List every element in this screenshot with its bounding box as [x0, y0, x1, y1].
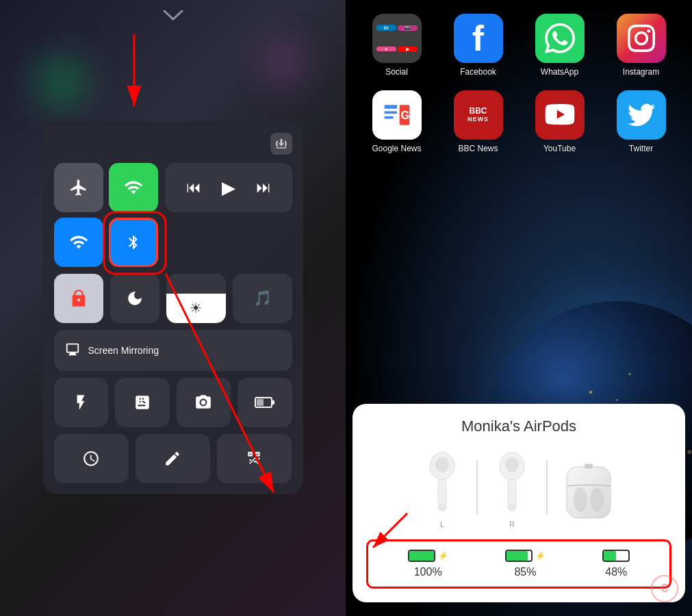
facebook-icon: f: [454, 14, 503, 63]
bbc-news-label: BBC News: [458, 144, 498, 153]
twitter-app[interactable]: Twitter: [604, 90, 678, 153]
chevron-down-icon: [163, 10, 183, 24]
instagram-label: Instagram: [623, 67, 659, 77]
battery-pct-case: 48%: [605, 566, 627, 578]
cc-bottom-row-2: [54, 434, 292, 483]
watermark: C: [651, 575, 678, 602]
cc-connectivity-row: ⏮ ▶ ⏭: [54, 163, 292, 267]
airpod-left-svg: [422, 449, 463, 517]
airpod-case-svg: [561, 460, 616, 528]
airpod-right-label: R: [509, 520, 515, 528]
battery-bar-row-left: ⚡: [408, 550, 448, 562]
youtube-label: YouTube: [543, 144, 576, 153]
battery-pct-left: 100%: [414, 566, 442, 578]
airpod-right-svg: [491, 449, 533, 517]
cellular-button[interactable]: [54, 218, 103, 267]
svg-rect-15: [438, 479, 446, 506]
svg-point-23: [590, 487, 604, 512]
screen-mirroring-label: Screen Mirroring: [88, 345, 159, 356]
battery-button[interactable]: [238, 378, 292, 427]
battery-left: ⚡ 100%: [408, 550, 448, 578]
wifi-button[interactable]: [109, 163, 158, 212]
airpod-left-wrapper: L: [422, 449, 463, 528]
google-news-app[interactable]: G Google News: [359, 90, 434, 153]
battery-fill-left: [409, 551, 434, 561]
svg-point-20: [507, 503, 517, 511]
media-controls: ⏮ ▶ ⏭: [165, 163, 292, 212]
airpods-divider-2: [546, 460, 548, 515]
clock-button[interactable]: [54, 434, 129, 483]
volume-slider[interactable]: 🎵: [233, 274, 292, 323]
volume-icon: 🎵: [253, 290, 272, 307]
qr-scanner-button[interactable]: [217, 434, 292, 483]
charging-icon-right: ⚡: [535, 551, 546, 561]
facebook-label: Facebook: [460, 67, 496, 77]
airpods-title: Monika's AirPods: [366, 418, 671, 435]
airpods-visual: L R: [366, 446, 671, 528]
airplay-icon[interactable]: [270, 133, 292, 155]
control-center-panel: ⏮ ▶ ⏭ ☀ 🎵: [0, 0, 346, 616]
control-center-container: ⏮ ▶ ⏭ ☀ 🎵: [43, 122, 303, 494]
svg-rect-1: [272, 400, 274, 405]
battery-right: ⚡ 85%: [505, 550, 546, 578]
svg-rect-24: [585, 464, 593, 468]
airpods-case-wrapper: [561, 460, 616, 528]
bluetooth-button[interactable]: [109, 218, 158, 267]
airpods-divider: [476, 460, 478, 515]
battery-case: 48%: [602, 550, 630, 578]
home-screen-panel: in 📷 ♦ ▶ Social f Facebook WhatsApp: [346, 0, 692, 616]
svg-rect-8: [384, 105, 396, 109]
bbc-news-icon: BBC NEWS: [454, 90, 503, 140]
svg-text:G: G: [400, 109, 409, 121]
rotation-lock-button[interactable]: [54, 274, 103, 323]
facebook-app[interactable]: f Facebook: [441, 14, 515, 77]
youtube-icon: [535, 90, 585, 140]
twitter-icon: [617, 90, 666, 140]
battery-bar-outer-right: [505, 550, 533, 562]
svg-point-14: [435, 457, 449, 472]
social-folder-icon: in 📷 ♦ ▶: [372, 14, 422, 63]
google-news-label: Google News: [372, 144, 421, 153]
whatsapp-icon: [535, 14, 585, 63]
google-news-icon: G: [372, 90, 422, 140]
cc-bottom-row-1: [54, 378, 292, 427]
play-button[interactable]: ▶: [222, 177, 235, 198]
whatsapp-app[interactable]: WhatsApp: [522, 14, 597, 77]
svg-rect-2: [257, 399, 264, 406]
svg-rect-19: [508, 479, 516, 506]
svg-rect-10: [384, 116, 393, 119]
svg-rect-21: [567, 467, 611, 518]
battery-pct-right: 85%: [514, 566, 536, 578]
brightness-slider[interactable]: ☀: [166, 274, 226, 323]
youtube-app[interactable]: YouTube: [522, 90, 597, 153]
social-folder[interactable]: in 📷 ♦ ▶ Social: [359, 14, 434, 77]
battery-bar-outer-left: [408, 550, 435, 562]
camera-button[interactable]: [177, 378, 231, 427]
battery-bar-row-case: [602, 550, 630, 562]
bbc-news-app[interactable]: BBC NEWS BBC News: [441, 90, 515, 153]
screen-mirroring-button[interactable]: Screen Mirroring: [54, 330, 292, 371]
flashlight-button[interactable]: [54, 378, 109, 427]
svg-point-18: [505, 457, 519, 472]
rewind-button[interactable]: ⏮: [186, 179, 201, 196]
airpods-card: Monika's AirPods L: [353, 404, 685, 602]
svg-point-22: [574, 487, 587, 512]
battery-fill-case: [604, 551, 615, 561]
cc-top-bar: [54, 133, 292, 155]
calculator-button[interactable]: [115, 378, 170, 427]
twitter-label: Twitter: [629, 144, 653, 153]
airplane-mode-button[interactable]: [54, 163, 103, 212]
do-not-disturb-button[interactable]: [110, 274, 159, 323]
charging-icon-left: ⚡: [438, 551, 448, 561]
instagram-icon: [617, 14, 666, 63]
fast-forward-button[interactable]: ⏭: [256, 179, 271, 196]
app-grid: in 📷 ♦ ▶ Social f Facebook WhatsApp: [359, 14, 678, 153]
social-folder-label: Social: [385, 67, 408, 77]
airpod-right-wrapper: R: [491, 449, 533, 528]
airpod-left-label: L: [440, 520, 444, 528]
notes-button[interactable]: [136, 434, 210, 483]
instagram-app[interactable]: Instagram: [604, 14, 678, 77]
battery-fill-right: [507, 551, 528, 561]
svg-rect-9: [384, 112, 396, 114]
battery-section: ⚡ 100% ⚡ 85%: [366, 539, 671, 589]
